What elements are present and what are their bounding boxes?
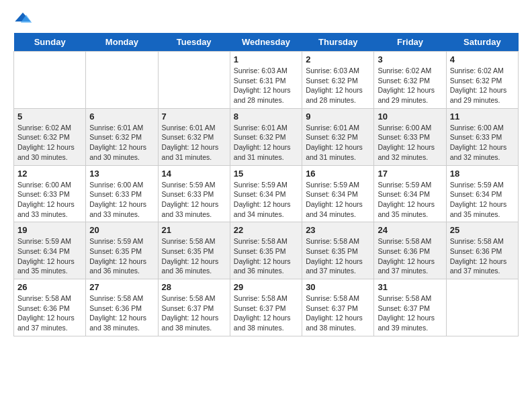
day-cell-empty-0-2 — [158, 52, 230, 109]
day-cell-7: 7Sunrise: 6:01 AM Sunset: 6:32 PM Daylig… — [158, 108, 230, 165]
day-cell-14: 14Sunrise: 5:59 AM Sunset: 6:33 PM Dayli… — [158, 165, 230, 222]
day-cell-31: 31Sunrise: 5:58 AM Sunset: 6:37 PM Dayli… — [374, 279, 446, 336]
day-number: 11 — [450, 111, 515, 122]
day-cell-29: 29Sunrise: 5:58 AM Sunset: 6:37 PM Dayli… — [230, 279, 302, 336]
week-row-3: 12Sunrise: 6:00 AM Sunset: 6:33 PM Dayli… — [14, 165, 519, 222]
day-info: Sunrise: 6:00 AM Sunset: 6:33 PM Dayligh… — [17, 180, 82, 220]
day-info: Sunrise: 5:59 AM Sunset: 6:34 PM Dayligh… — [378, 180, 442, 220]
day-info: Sunrise: 5:58 AM Sunset: 6:37 PM Dayligh… — [162, 293, 226, 333]
day-number: 1 — [234, 54, 298, 64]
day-info: Sunrise: 6:02 AM Sunset: 6:32 PM Dayligh… — [17, 123, 82, 163]
day-cell-22: 22Sunrise: 5:58 AM Sunset: 6:35 PM Dayli… — [230, 222, 302, 279]
day-number: 23 — [306, 225, 370, 235]
day-number: 20 — [89, 225, 154, 235]
day-header-tuesday: Tuesday — [158, 33, 230, 52]
day-number: 21 — [162, 225, 226, 235]
day-cell-20: 20Sunrise: 5:59 AM Sunset: 6:35 PM Dayli… — [86, 222, 158, 279]
day-cell-19: 19Sunrise: 5:59 AM Sunset: 6:34 PM Dayli… — [14, 222, 86, 279]
week-row-2: 5Sunrise: 6:02 AM Sunset: 6:32 PM Daylig… — [14, 108, 519, 165]
day-info: Sunrise: 6:01 AM Sunset: 6:32 PM Dayligh… — [234, 123, 298, 163]
day-number: 3 — [378, 54, 442, 64]
day-cell-3: 3Sunrise: 6:02 AM Sunset: 6:32 PM Daylig… — [374, 52, 446, 109]
calendar-container: SundayMondayTuesdayWednesdayThursdayFrid… — [0, 0, 532, 350]
day-info: Sunrise: 5:58 AM Sunset: 6:36 PM Dayligh… — [450, 236, 515, 276]
day-number: 26 — [17, 282, 82, 292]
day-info: Sunrise: 6:00 AM Sunset: 6:33 PM Dayligh… — [89, 180, 154, 220]
day-cell-11: 11Sunrise: 6:00 AM Sunset: 6:33 PM Dayli… — [446, 108, 518, 165]
day-cell-24: 24Sunrise: 5:58 AM Sunset: 6:36 PM Dayli… — [374, 222, 446, 279]
week-row-4: 19Sunrise: 5:59 AM Sunset: 6:34 PM Dayli… — [14, 222, 519, 279]
day-info: Sunrise: 6:01 AM Sunset: 6:32 PM Dayligh… — [306, 123, 370, 163]
day-number: 7 — [162, 111, 226, 122]
day-info: Sunrise: 6:02 AM Sunset: 6:32 PM Dayligh… — [450, 66, 515, 105]
day-info: Sunrise: 5:58 AM Sunset: 6:35 PM Dayligh… — [306, 236, 370, 276]
logo — [13, 11, 35, 25]
day-number: 28 — [162, 282, 226, 292]
day-info: Sunrise: 5:58 AM Sunset: 6:36 PM Dayligh… — [17, 293, 82, 333]
day-info: Sunrise: 5:58 AM Sunset: 6:36 PM Dayligh… — [89, 293, 154, 333]
day-cell-16: 16Sunrise: 5:59 AM Sunset: 6:34 PM Dayli… — [302, 165, 374, 222]
day-number: 8 — [234, 111, 298, 122]
day-number: 14 — [162, 169, 226, 179]
day-info: Sunrise: 5:58 AM Sunset: 6:37 PM Dayligh… — [234, 293, 298, 333]
day-info: Sunrise: 5:59 AM Sunset: 6:33 PM Dayligh… — [162, 180, 226, 220]
day-cell-15: 15Sunrise: 5:59 AM Sunset: 6:34 PM Dayli… — [230, 165, 302, 222]
day-cell-17: 17Sunrise: 5:59 AM Sunset: 6:34 PM Dayli… — [374, 165, 446, 222]
day-cell-18: 18Sunrise: 5:59 AM Sunset: 6:34 PM Dayli… — [446, 165, 518, 222]
day-number: 15 — [234, 169, 298, 179]
day-cell-4: 4Sunrise: 6:02 AM Sunset: 6:32 PM Daylig… — [446, 52, 518, 109]
day-info: Sunrise: 5:59 AM Sunset: 6:34 PM Dayligh… — [17, 236, 82, 276]
calendar-table: SundayMondayTuesdayWednesdayThursdayFrid… — [13, 33, 519, 336]
day-info: Sunrise: 5:58 AM Sunset: 6:37 PM Dayligh… — [306, 293, 370, 333]
day-number: 27 — [89, 282, 154, 292]
day-cell-5: 5Sunrise: 6:02 AM Sunset: 6:32 PM Daylig… — [14, 108, 86, 165]
day-info: Sunrise: 5:58 AM Sunset: 6:36 PM Dayligh… — [378, 236, 442, 276]
day-cell-empty-4-6 — [446, 279, 518, 336]
day-header-row: SundayMondayTuesdayWednesdayThursdayFrid… — [14, 33, 519, 52]
day-info: Sunrise: 6:03 AM Sunset: 6:32 PM Dayligh… — [306, 66, 370, 105]
day-number: 30 — [306, 282, 370, 292]
day-header-wednesday: Wednesday — [230, 33, 302, 52]
day-number: 2 — [306, 54, 370, 64]
day-header-sunday: Sunday — [14, 33, 86, 52]
day-info: Sunrise: 6:00 AM Sunset: 6:33 PM Dayligh… — [450, 123, 515, 163]
day-info: Sunrise: 6:01 AM Sunset: 6:32 PM Dayligh… — [162, 123, 226, 163]
day-number: 25 — [450, 225, 515, 235]
day-number: 22 — [234, 225, 298, 235]
day-number: 9 — [306, 111, 370, 122]
day-cell-empty-0-1 — [86, 52, 158, 109]
week-row-5: 26Sunrise: 5:58 AM Sunset: 6:36 PM Dayli… — [14, 279, 519, 336]
day-info: Sunrise: 5:59 AM Sunset: 6:34 PM Dayligh… — [306, 180, 370, 220]
day-number: 18 — [450, 169, 515, 179]
day-info: Sunrise: 6:03 AM Sunset: 6:31 PM Dayligh… — [234, 66, 298, 105]
day-number: 6 — [89, 111, 154, 122]
day-info: Sunrise: 5:59 AM Sunset: 6:34 PM Dayligh… — [234, 180, 298, 220]
day-cell-2: 2Sunrise: 6:03 AM Sunset: 6:32 PM Daylig… — [302, 52, 374, 109]
day-cell-28: 28Sunrise: 5:58 AM Sunset: 6:37 PM Dayli… — [158, 279, 230, 336]
day-number: 24 — [378, 225, 442, 235]
day-header-monday: Monday — [86, 33, 158, 52]
day-number: 13 — [89, 169, 154, 179]
logo-icon — [13, 11, 32, 25]
day-cell-empty-0-0 — [14, 52, 86, 109]
day-cell-8: 8Sunrise: 6:01 AM Sunset: 6:32 PM Daylig… — [230, 108, 302, 165]
day-header-saturday: Saturday — [446, 33, 518, 52]
day-number: 17 — [378, 169, 442, 179]
day-info: Sunrise: 5:58 AM Sunset: 6:37 PM Dayligh… — [378, 293, 442, 333]
day-info: Sunrise: 5:58 AM Sunset: 6:35 PM Dayligh… — [162, 236, 226, 276]
day-number: 10 — [378, 111, 442, 122]
day-cell-27: 27Sunrise: 5:58 AM Sunset: 6:36 PM Dayli… — [86, 279, 158, 336]
day-info: Sunrise: 5:59 AM Sunset: 6:35 PM Dayligh… — [89, 236, 154, 276]
day-cell-25: 25Sunrise: 5:58 AM Sunset: 6:36 PM Dayli… — [446, 222, 518, 279]
day-info: Sunrise: 5:58 AM Sunset: 6:35 PM Dayligh… — [234, 236, 298, 276]
day-cell-26: 26Sunrise: 5:58 AM Sunset: 6:36 PM Dayli… — [14, 279, 86, 336]
day-header-friday: Friday — [374, 33, 446, 52]
day-cell-10: 10Sunrise: 6:00 AM Sunset: 6:33 PM Dayli… — [374, 108, 446, 165]
day-info: Sunrise: 6:02 AM Sunset: 6:32 PM Dayligh… — [378, 66, 442, 105]
day-cell-6: 6Sunrise: 6:01 AM Sunset: 6:32 PM Daylig… — [86, 108, 158, 165]
day-cell-1: 1Sunrise: 6:03 AM Sunset: 6:31 PM Daylig… — [230, 52, 302, 109]
day-number: 19 — [17, 225, 82, 235]
day-header-thursday: Thursday — [302, 33, 374, 52]
day-number: 29 — [234, 282, 298, 292]
day-info: Sunrise: 6:01 AM Sunset: 6:32 PM Dayligh… — [89, 123, 154, 163]
